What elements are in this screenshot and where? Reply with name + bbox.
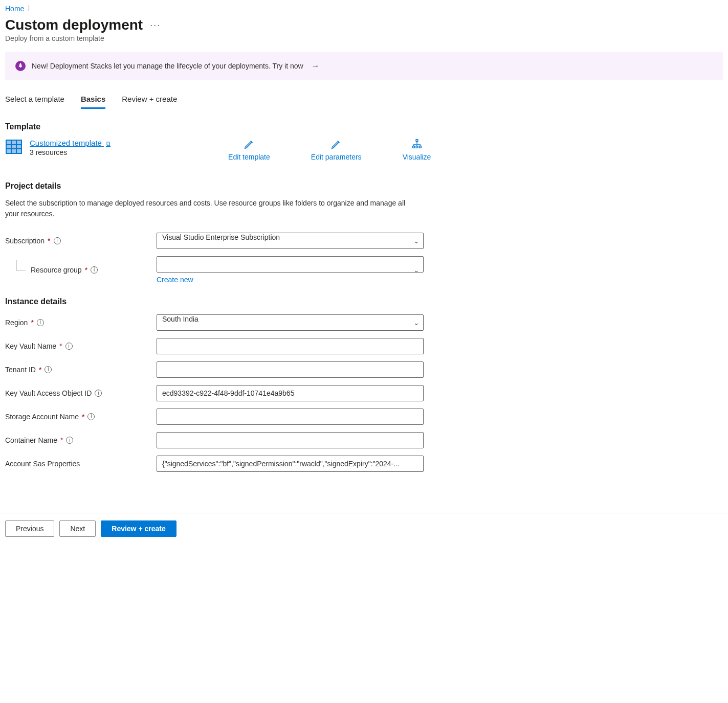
svg-rect-6 bbox=[412, 146, 414, 148]
tabs: Select a template Basics Review + create bbox=[5, 95, 723, 109]
tab-select-template[interactable]: Select a template bbox=[5, 95, 64, 109]
pencil-icon bbox=[330, 139, 342, 150]
info-icon[interactable]: i bbox=[54, 237, 61, 244]
region-label: Region bbox=[5, 319, 28, 327]
svg-rect-8 bbox=[419, 146, 421, 148]
required-icon: * bbox=[39, 366, 41, 374]
subscription-label: Subscription bbox=[5, 237, 45, 245]
project-details-description: Select the subscription to manage deploy… bbox=[5, 198, 409, 219]
tree-line-icon bbox=[16, 260, 26, 271]
info-icon[interactable]: i bbox=[65, 343, 73, 350]
edit-template-label: Edit template bbox=[228, 153, 270, 161]
page-subtitle: Deploy from a custom template bbox=[5, 34, 723, 42]
info-icon[interactable]: i bbox=[95, 390, 102, 397]
tab-basics[interactable]: Basics bbox=[81, 95, 105, 109]
info-icon[interactable]: i bbox=[87, 413, 95, 420]
previous-button[interactable]: Previous bbox=[5, 520, 54, 537]
customized-template-link[interactable]: Customized template ⧉ bbox=[30, 139, 111, 147]
resource-group-select[interactable] bbox=[157, 256, 424, 273]
review-create-button[interactable]: Review + create bbox=[101, 520, 176, 537]
template-resource-count: 3 resources bbox=[30, 148, 111, 156]
hierarchy-icon bbox=[411, 139, 423, 150]
required-icon: * bbox=[59, 342, 62, 350]
instance-details-heading: Instance details bbox=[5, 297, 723, 306]
breadcrumb: Home 〉 bbox=[5, 0, 723, 15]
template-card: Customized template ⧉ 3 resources bbox=[5, 139, 111, 156]
info-icon[interactable]: i bbox=[91, 266, 98, 274]
banner-text: New! Deployment Stacks let you manage th… bbox=[32, 62, 303, 70]
rocket-icon bbox=[15, 61, 26, 71]
page-title: Custom deployment bbox=[5, 17, 143, 33]
svg-rect-5 bbox=[416, 140, 418, 142]
required-icon: * bbox=[60, 436, 63, 444]
container-name-label: Container Name bbox=[5, 436, 57, 444]
required-icon: * bbox=[82, 413, 84, 421]
required-icon: * bbox=[48, 237, 50, 245]
edit-parameters-button[interactable]: Edit parameters bbox=[311, 139, 362, 161]
create-new-link[interactable]: Create new bbox=[157, 276, 193, 284]
edit-parameters-label: Edit parameters bbox=[311, 153, 362, 161]
info-icon[interactable]: i bbox=[66, 437, 73, 444]
tenant-id-label: Tenant ID bbox=[5, 366, 36, 374]
chevron-right-icon: 〉 bbox=[27, 4, 33, 13]
account-sas-input[interactable] bbox=[157, 456, 424, 472]
info-icon[interactable]: i bbox=[45, 366, 52, 373]
project-details-heading: Project details bbox=[5, 182, 723, 191]
storage-account-name-input[interactable] bbox=[157, 409, 424, 425]
region-select[interactable]: South India bbox=[157, 314, 424, 331]
visualize-button[interactable]: Visualize bbox=[403, 139, 431, 161]
tenant-id-input[interactable] bbox=[157, 361, 424, 378]
svg-rect-7 bbox=[416, 146, 418, 148]
kv-access-object-id-input[interactable] bbox=[157, 385, 424, 401]
required-icon: * bbox=[85, 266, 87, 274]
footer: Previous Next Review + create bbox=[0, 513, 728, 544]
template-icon bbox=[5, 139, 23, 155]
tab-review-create[interactable]: Review + create bbox=[122, 95, 177, 109]
breadcrumb-home[interactable]: Home bbox=[5, 5, 24, 13]
svg-rect-0 bbox=[6, 140, 21, 153]
key-vault-name-label: Key Vault Name bbox=[5, 342, 56, 350]
pencil-icon bbox=[244, 139, 255, 150]
external-link-icon: ⧉ bbox=[106, 140, 111, 147]
visualize-label: Visualize bbox=[403, 153, 431, 161]
info-banner[interactable]: New! Deployment Stacks let you manage th… bbox=[5, 52, 723, 80]
more-icon[interactable]: ··· bbox=[150, 20, 161, 31]
kv-access-object-id-label: Key Vault Access Object ID bbox=[5, 389, 92, 397]
resource-group-label: Resource group bbox=[31, 266, 82, 274]
arrow-right-icon: → bbox=[312, 61, 320, 71]
template-heading: Template bbox=[5, 122, 723, 131]
subscription-select[interactable]: Visual Studio Enterprise Subscription bbox=[157, 233, 424, 249]
info-icon[interactable]: i bbox=[37, 319, 44, 326]
customized-template-link-label: Customized template bbox=[30, 139, 102, 147]
required-icon: * bbox=[31, 319, 33, 327]
next-button[interactable]: Next bbox=[59, 520, 96, 537]
container-name-input[interactable] bbox=[157, 432, 424, 448]
storage-account-name-label: Storage Account Name bbox=[5, 413, 79, 421]
account-sas-label: Account Sas Properties bbox=[5, 460, 80, 468]
key-vault-name-input[interactable] bbox=[157, 338, 424, 354]
edit-template-button[interactable]: Edit template bbox=[228, 139, 270, 161]
